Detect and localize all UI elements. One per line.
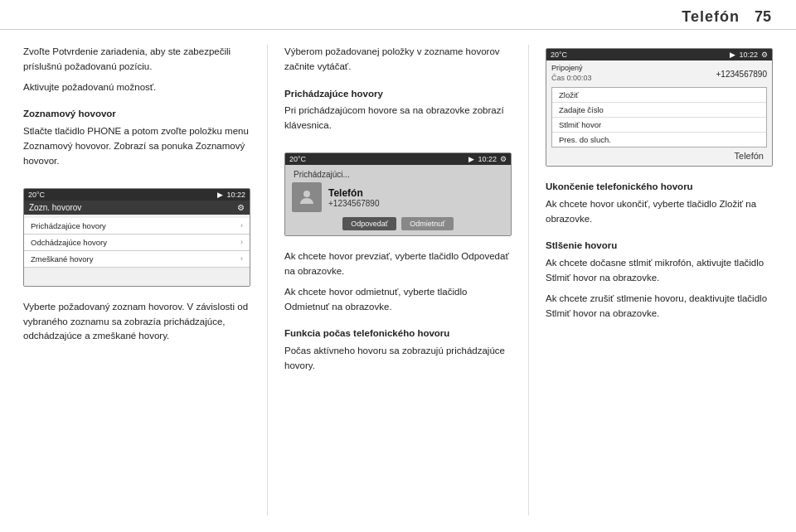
page-title: Telefón — [682, 8, 740, 26]
screen-mockup-2: 20°C ▶ 10:22 ⚙ Prichádzajúci... — [284, 152, 512, 236]
screen-header-1: 20°C ▶ 10:22 — [24, 189, 250, 201]
page-header: Telefón 75 — [0, 0, 796, 30]
col1-section1: Zoznamový hovovor Stlačte tlačidlo PHONE… — [23, 107, 250, 174]
col3-section1: Ukončenie telefonického hovoru Ak chcete… — [546, 180, 773, 232]
col-divider-2 — [528, 45, 529, 515]
incoming-body: Prichádzajúci... Telefón +1234567890 Od — [285, 165, 511, 235]
page-number: 75 — [755, 8, 771, 26]
list-item[interactable]: Odchádzajúce hovory › — [24, 235, 250, 251]
screen-time-2: ▶ 10:22 ⚙ — [468, 155, 507, 163]
column-1: Zvoľte Potvrdenie zariadenia, aby ste za… — [23, 45, 250, 515]
col2-para1: Výberom požadovanej položky v zozname ho… — [284, 45, 512, 80]
screen-body-1: Prichádzajúce hovory › Odchádzajúce hovo… — [24, 215, 250, 286]
svg-point-0 — [303, 191, 310, 197]
avatar — [292, 182, 322, 212]
list-item[interactable]: Zmeškané hovory › — [24, 251, 250, 268]
screen-title-bar-1: Zozn. hovorov ⚙ — [24, 201, 250, 215]
list-item[interactable]: Zadajte číslo — [552, 103, 766, 118]
column-2: Výberom požadovanej položky v zozname ho… — [284, 45, 512, 515]
popup-menu: Zložiť Zadajte číslo Stlmiť hovor Pres. … — [551, 87, 767, 148]
list-item[interactable]: Zložiť — [552, 88, 766, 103]
screen-header-3: 20°C ▶ 10:22 ⚙ — [546, 49, 772, 60]
contact-name: Telefón — [328, 187, 379, 199]
col1-para1: Zvoľte Potvrdenie zariadenia, aby ste za… — [23, 45, 250, 100]
reject-button[interactable]: Odmietnuť — [401, 217, 453, 230]
col3-section2: Stlšenie hovoru Ak chcete dočasne stlmiť… — [546, 239, 773, 326]
incoming-contact: Telefón +1234567890 — [292, 182, 504, 212]
list-item[interactable]: Stlmiť hovor — [552, 118, 766, 133]
telefon-label: Telefón — [551, 149, 767, 162]
contact-number: +1234567890 — [328, 199, 379, 208]
connected-duration: Čas 0:00:03 — [551, 74, 592, 82]
screen-mockup-1: 20°C ▶ 10:22 Zozn. hovorov ⚙ Prichádzajú… — [23, 188, 250, 287]
col-divider-1 — [267, 45, 268, 515]
screen-time-3: ▶ 10:22 ⚙ — [730, 51, 768, 59]
col2-section1: Prichádzajúce hovory Pri prichádzajúcom … — [284, 87, 512, 139]
screen-time-1: ▶ 10:22 — [217, 191, 245, 199]
column-3: 20°C ▶ 10:22 ⚙ Pripojený Čas 0:00:03 +12… — [546, 45, 773, 515]
screen-temp-3: 20°C — [551, 51, 567, 59]
connected-status: Pripojený — [551, 64, 592, 72]
contact-info: Telefón +1234567890 — [328, 187, 379, 208]
call-buttons: Odpovedať Odmietnuť — [292, 217, 504, 230]
content-area: Zvoľte Potvrdenie zariadenia, aby ste za… — [0, 30, 796, 524]
col2-para3: Ak chcete hovor prevziať, vyberte tlačid… — [284, 249, 512, 320]
screen-mockup-3: 20°C ▶ 10:22 ⚙ Pripojený Čas 0:00:03 +12… — [546, 48, 773, 167]
chevron-right-icon: › — [240, 238, 243, 246]
col1-para4: Vyberte požadovaný zoznam hovorov. V záv… — [23, 300, 250, 350]
chevron-right-icon: › — [240, 221, 243, 230]
col2-section2: Funkcia počas telefonického hovoru Počas… — [284, 326, 512, 379]
screen-header-2: 20°C ▶ 10:22 ⚙ — [285, 153, 511, 165]
list-item[interactable]: Pres. do sluch. — [552, 133, 766, 147]
connected-body: Pripojený Čas 0:00:03 +1234567890 Zložiť… — [546, 60, 772, 166]
chevron-right-icon: › — [240, 254, 243, 263]
screen-temp-2: 20°C — [289, 155, 306, 163]
connected-number: +1234567890 — [716, 70, 767, 79]
incoming-label: Prichádzajúci... — [292, 170, 504, 179]
screen-temp-1: 20°C — [28, 191, 45, 199]
answer-button[interactable]: Odpovedať — [342, 217, 396, 230]
list-item[interactable]: Prichádzajúce hovory › — [24, 218, 250, 235]
